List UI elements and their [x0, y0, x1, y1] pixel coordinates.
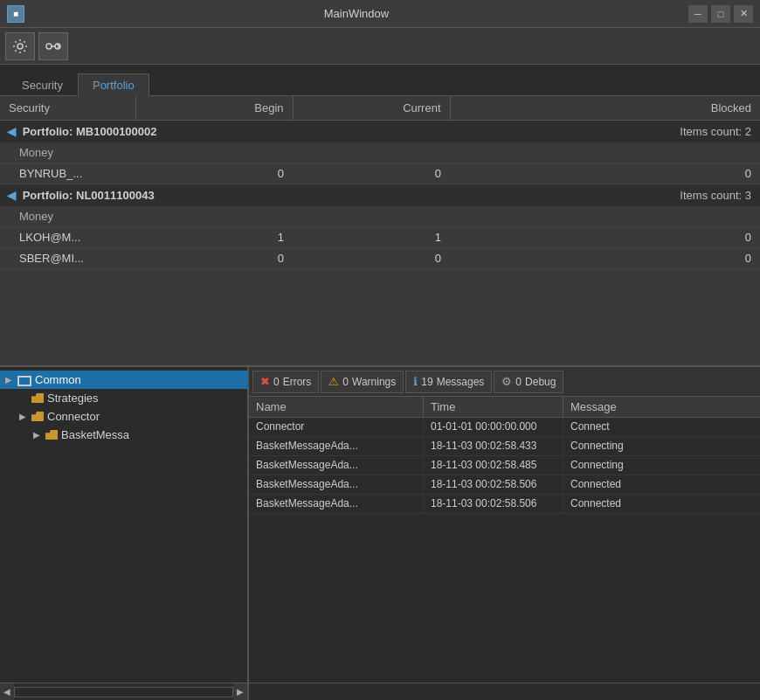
messages-count: 19: [421, 376, 432, 388]
cell-begin: 0: [135, 163, 293, 184]
log-cell-message: Connected: [563, 475, 760, 494]
cell-begin: [135, 142, 293, 163]
warnings-label: Warnings: [352, 376, 396, 388]
warnings-icon: ⚠: [328, 375, 339, 388]
messages-label: Messages: [437, 376, 485, 388]
log-btn-messages[interactable]: ℹ 19 Messages: [405, 371, 492, 393]
title-bar: ■ MainWindow ─ □ ✕: [0, 0, 760, 28]
expand-arrow: ▶: [5, 375, 17, 385]
monitor-icon: [17, 376, 31, 386]
log-row[interactable]: BasketMessageAda... 18-11-03 00:02:58.50…: [249, 475, 760, 495]
tree-item-common[interactable]: ▶ Common: [0, 371, 247, 389]
log-cell-message: Connected: [563, 495, 760, 513]
portfolio-header-row: ◀ Portfolio: MB1000100002 Items count: 2: [0, 121, 760, 143]
cell-begin: 0: [135, 248, 293, 269]
tree-item-connector[interactable]: ▶ Connector: [0, 407, 247, 426]
log-cell-message: Connecting: [563, 456, 760, 475]
tree-item-basketmessa[interactable]: ▶ BasketMessa: [0, 426, 247, 444]
log-row[interactable]: BasketMessageAda... 18-11-03 00:02:58.48…: [249, 456, 760, 475]
portfolio-scroll[interactable]: Security Begin Current Blocked ◀ Portfol…: [0, 96, 760, 365]
log-toolbar: ✖ 0 Errors ⚠ 0 Warnings ℹ 19 Messages ⚙ …: [249, 367, 760, 397]
tree-item-strategies[interactable]: Strategies: [0, 389, 247, 407]
log-cell-name: Connector: [249, 418, 424, 436]
cell-current: 1: [293, 227, 450, 248]
log-cell-time: 18-11-03 00:02:58.506: [424, 475, 563, 494]
portfolio-items-count: Items count: 3: [293, 184, 760, 207]
log-col-message: Message: [563, 397, 760, 417]
warnings-count: 0: [342, 376, 349, 388]
settings-button[interactable]: [5, 32, 35, 60]
log-cell-time: 18-11-03 00:02:58.485: [424, 456, 563, 475]
log-row[interactable]: BasketMessageAda... 18-11-03 00:02:58.50…: [249, 495, 760, 514]
log-cell-name: BasketMessageAda...: [249, 456, 424, 475]
portfolio-panel: Security Begin Current Blocked ◀ Portfol…: [0, 96, 760, 367]
window-icon: ■: [7, 5, 24, 23]
log-btn-debug[interactable]: ⚙ 0 Debug: [494, 371, 563, 393]
log-btn-errors[interactable]: ✖ 0 Errors: [252, 371, 319, 393]
folder-icon: [45, 430, 58, 440]
close-button[interactable]: ✕: [734, 5, 753, 23]
log-btn-warnings[interactable]: ⚠ 0 Warnings: [321, 371, 404, 393]
messages-icon: ℹ: [413, 375, 418, 388]
tabs-bar: Security Portfolio: [0, 65, 760, 96]
table-row[interactable]: Money: [0, 142, 760, 163]
log-row[interactable]: Connector 01-01-01 00:00:00.000 Connect: [249, 418, 760, 437]
table-row[interactable]: BYNRUB_... 0 0 0: [0, 163, 760, 184]
expand-arrow: ▶: [19, 412, 31, 421]
errors-icon: ✖: [260, 375, 270, 388]
tree-item-label: Strategies: [47, 392, 99, 405]
log-cell-message: Connect: [563, 418, 760, 436]
portfolio-name: ◀ Portfolio: MB1000100002: [0, 121, 293, 143]
window-title: MainWindow: [24, 7, 688, 20]
tree-panel: ▶ Common Strategies ▶ Connector ▶ Basket…: [0, 367, 249, 700]
tree-item-label: BasketMessa: [61, 428, 129, 441]
cell-security: Money: [0, 206, 135, 227]
errors-count: 0: [273, 376, 280, 388]
window-controls: ─ □ ✕: [688, 5, 753, 23]
cell-current: [293, 142, 450, 163]
connect-button[interactable]: [38, 32, 68, 60]
table-row[interactable]: SBER@MI... 0 0 0: [0, 248, 760, 269]
log-cell-time: 01-01-01 00:00:00.000: [424, 418, 563, 436]
col-header-begin: Begin: [135, 96, 293, 121]
col-header-current: Current: [293, 96, 450, 121]
expand-arrow: ▶: [33, 430, 45, 440]
table-row[interactable]: Money: [0, 206, 760, 227]
log-table-header: Name Time Message: [249, 397, 760, 418]
debug-label: Debug: [525, 376, 556, 388]
portfolio-table: Security Begin Current Blocked ◀ Portfol…: [0, 96, 760, 269]
svg-point-0: [17, 44, 23, 49]
cell-current: [293, 206, 450, 227]
log-cell-name: BasketMessageAda...: [249, 437, 424, 455]
minimize-button[interactable]: ─: [688, 5, 708, 23]
tab-portfolio[interactable]: Portfolio: [78, 73, 149, 96]
log-row[interactable]: BasketMessageAda... 18-11-03 00:02:58.43…: [249, 437, 760, 456]
cell-security: SBER@MI...: [0, 248, 135, 269]
cell-begin: 1: [135, 227, 293, 248]
cell-blocked: 0: [450, 227, 760, 248]
cell-begin: [135, 206, 293, 227]
lower-panel: ▶ Common Strategies ▶ Connector ▶ Basket…: [0, 367, 760, 700]
cell-security: BYNRUB_...: [0, 163, 135, 184]
tree-content[interactable]: ▶ Common Strategies ▶ Connector ▶ Basket…: [0, 367, 247, 683]
log-cell-name: BasketMessageAda...: [249, 495, 424, 513]
portfolio-header-row: ◀ Portfolio: NL0011100043 Items count: 3: [0, 184, 760, 207]
log-col-time: Time: [424, 397, 563, 417]
cell-current: 0: [293, 248, 450, 269]
tree-scroll-left[interactable]: ◀: [0, 683, 14, 701]
col-header-security: Security: [0, 96, 135, 121]
log-scrollbar-bottom[interactable]: [249, 683, 760, 700]
tree-scroll-right[interactable]: ▶: [233, 683, 247, 701]
tab-security[interactable]: Security: [7, 73, 78, 96]
portfolio-items-count: Items count: 2: [293, 121, 760, 143]
debug-icon: ⚙: [501, 375, 512, 388]
cell-blocked: [450, 206, 760, 227]
cell-blocked: [450, 142, 760, 163]
log-rows[interactable]: Connector 01-01-01 00:00:00.000 Connect …: [249, 418, 760, 683]
table-row[interactable]: LKOH@M... 1 1 0: [0, 227, 760, 248]
tree-item-label: Common: [35, 373, 81, 386]
errors-label: Errors: [283, 376, 312, 388]
log-cell-time: 18-11-03 00:02:58.433: [424, 437, 563, 455]
maximize-button[interactable]: □: [711, 5, 730, 23]
toolbar: [0, 28, 760, 65]
